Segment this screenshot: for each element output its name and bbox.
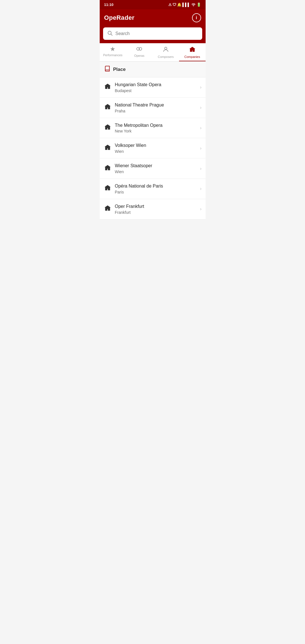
alert-icon: ⚠	[168, 3, 172, 7]
notification-icon: 🔔	[177, 3, 182, 7]
battery-icon: 🔋	[197, 3, 201, 7]
list-item[interactable]: Volksoper Wien Wien ›	[100, 138, 206, 158]
company-city: Wien	[115, 169, 197, 174]
search-input[interactable]	[116, 31, 198, 36]
search-container	[100, 27, 206, 43]
performances-icon: ★	[110, 46, 116, 52]
section-header: Place	[100, 62, 206, 77]
svg-line-1	[111, 34, 112, 36]
company-city: New York	[115, 129, 197, 133]
tab-companies-label: Companies	[184, 55, 200, 58]
tab-companies[interactable]: Companies	[179, 43, 206, 61]
chevron-right-icon: ›	[200, 146, 201, 151]
status-bar: 11:10 ⚠ 🛡 🔔 ▌▌▌ 🔋	[100, 0, 206, 9]
tab-composers[interactable]: Composers	[152, 43, 179, 61]
company-house-icon	[104, 83, 112, 92]
company-name: The Metropolitan Opera	[115, 123, 197, 129]
company-city: Paris	[115, 190, 197, 194]
svg-point-4	[165, 47, 167, 49]
list-item[interactable]: Wiener Staatsoper Wien ›	[100, 158, 206, 179]
company-name: Oper Frankfurt	[115, 204, 197, 210]
company-city: Frankfurt	[115, 210, 197, 215]
info-button[interactable]: i	[192, 13, 201, 22]
list-item[interactable]: Hungarian State Opera Budapest ›	[100, 77, 206, 98]
place-icon	[104, 66, 110, 73]
search-bar	[103, 27, 202, 40]
company-house-icon	[104, 103, 112, 112]
chevron-right-icon: ›	[200, 186, 201, 191]
search-icon	[107, 30, 113, 37]
company-house-icon	[104, 144, 112, 153]
company-city: Budapest	[115, 88, 197, 93]
list-item[interactable]: Oper Frankfurt Frankfurt ›	[100, 199, 206, 219]
company-house-icon	[104, 184, 112, 193]
tab-operas[interactable]: Operas	[126, 43, 152, 61]
app-header: OpeRader i	[100, 9, 206, 27]
companies-icon	[189, 46, 196, 54]
tab-performances-label: Performances	[103, 53, 122, 57]
company-city: Wien	[115, 149, 197, 154]
list-item[interactable]: Opéra National de Paris Paris ›	[100, 179, 206, 199]
list-item[interactable]: National Theatre Prague Praha ›	[100, 98, 206, 118]
tab-composers-label: Composers	[158, 55, 174, 58]
section-title: Place	[113, 67, 126, 72]
company-house-icon	[104, 164, 112, 173]
company-house-icon	[104, 123, 112, 132]
chevron-right-icon: ›	[200, 105, 201, 110]
chevron-right-icon: ›	[200, 206, 201, 212]
tab-performances[interactable]: ★ Performances	[100, 43, 126, 61]
company-name: Volksoper Wien	[115, 143, 197, 149]
company-name: National Theatre Prague	[115, 102, 197, 108]
company-name: Hungarian State Opera	[115, 82, 197, 88]
chevron-right-icon: ›	[200, 85, 201, 90]
nav-tabs: ★ Performances Operas Composers Companie…	[100, 43, 206, 62]
signal-icon: ▌▌▌	[182, 3, 190, 7]
tab-operas-label: Operas	[134, 54, 144, 57]
status-icons: ⚠ 🛡 🔔 ▌▌▌ 🔋	[168, 2, 201, 7]
list-item[interactable]: The Metropolitan Opera New York ›	[100, 118, 206, 138]
company-city: Praha	[115, 109, 197, 113]
operas-icon	[136, 46, 143, 53]
shield-icon: 🛡	[173, 3, 176, 7]
status-time: 11:10	[104, 3, 114, 7]
wifi-icon	[191, 2, 196, 7]
company-house-icon	[104, 204, 112, 214]
company-name: Wiener Staatsoper	[115, 163, 197, 169]
companies-list: Hungarian State Opera Budapest › Nationa…	[100, 77, 206, 219]
app-title: OpeRader	[104, 14, 135, 21]
chevron-right-icon: ›	[200, 125, 201, 130]
composers-icon	[162, 46, 169, 54]
company-name: Opéra National de Paris	[115, 183, 197, 189]
chevron-right-icon: ›	[200, 166, 201, 171]
